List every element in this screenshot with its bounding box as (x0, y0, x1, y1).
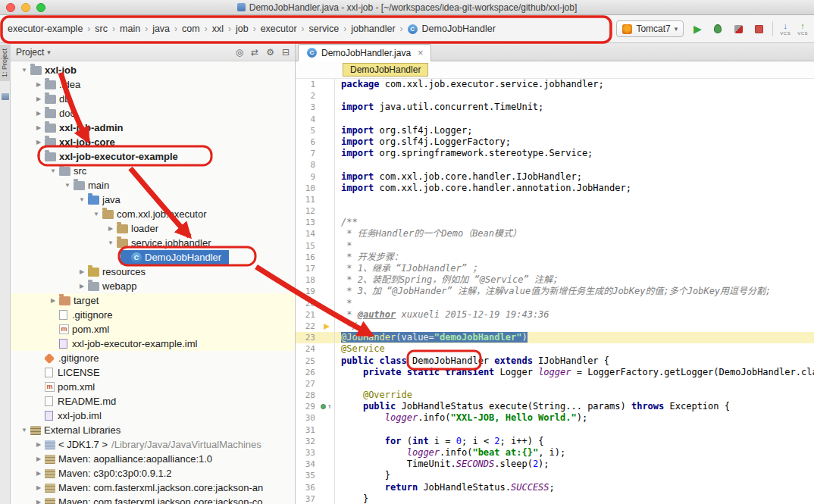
minimize-window-button[interactable] (21, 3, 30, 12)
tree-item[interactable]: ▼External Libraries (11, 423, 295, 437)
code-text (335, 424, 341, 436)
tree-item[interactable]: ▶Maven: com.fasterxml.jackson.core:jacks… (11, 481, 295, 495)
chevron-down-icon[interactable]: ▾ (47, 49, 51, 56)
run-button[interactable]: ▶ (690, 22, 704, 36)
project-tool-window-tab[interactable]: 1: Project (0, 45, 11, 81)
collapsed-arrow-icon[interactable]: ▶ (34, 441, 43, 448)
tree-item[interactable]: ▼xxl-job (11, 63, 295, 77)
breadcrumb-item[interactable]: jobhandler (349, 23, 396, 35)
expanded-arrow-icon[interactable]: ▼ (49, 167, 58, 174)
expanded-arrow-icon[interactable]: ▼ (20, 427, 29, 434)
collapsed-arrow-icon[interactable]: ▶ (34, 470, 43, 477)
close-window-button[interactable] (6, 3, 15, 12)
collapsed-arrow-icon[interactable]: ▶ (77, 283, 86, 290)
tree-item[interactable]: README.md (11, 394, 295, 409)
collapsed-arrow-icon[interactable]: ▶ (106, 225, 115, 232)
stop-button[interactable] (752, 22, 765, 36)
settings-icon[interactable]: ⚙ (266, 47, 274, 58)
tree-item[interactable]: LICENSE (11, 365, 295, 380)
debug-button[interactable] (711, 22, 725, 36)
expanded-arrow-icon[interactable]: ▼ (77, 196, 86, 203)
collapse-all-icon[interactable]: ⇄ (251, 47, 258, 58)
tree-item[interactable]: mpom.xml (11, 322, 295, 337)
collapsed-arrow-icon[interactable]: ▶ (34, 484, 43, 491)
expanded-arrow-icon[interactable]: ▼ (20, 67, 29, 74)
panel-title[interactable]: Project (16, 47, 44, 58)
breadcrumb-item[interactable]: executor-example (6, 23, 84, 35)
tree-item-label: xxl-job-executor-example (59, 151, 178, 162)
collapsed-arrow-icon[interactable]: ▶ (49, 297, 58, 304)
line-number: 25 (296, 355, 318, 367)
code-line: 34 TimeUnit.SECONDS.sleep(2); (296, 459, 814, 470)
code-text: } (335, 470, 390, 481)
editor-tab[interactable]: C DemoJobHandler.java × (298, 44, 431, 61)
expanded-arrow-icon[interactable]: ▼ (63, 182, 72, 189)
breadcrumb-item[interactable]: executor (259, 23, 299, 35)
vcs-update-button[interactable]: ↓ VCS (780, 22, 791, 36)
coverage-button[interactable] (731, 22, 745, 36)
collapsed-arrow-icon[interactable]: ▶ (77, 268, 86, 275)
collapsed-arrow-icon[interactable]: ▶ (34, 499, 43, 504)
collapsed-arrow-icon[interactable]: ▶ (34, 110, 43, 117)
code-text: import org.slf4j.Logger; (335, 125, 472, 136)
run-config-select[interactable]: Tomcat7 ▾ (616, 20, 684, 37)
breadcrumb-item[interactable]: com (180, 23, 202, 35)
editor-breadcrumb-chip[interactable]: DemoJobHandler (343, 63, 428, 77)
collapsed-arrow-icon[interactable]: ▶ (34, 81, 43, 88)
breadcrumb-item[interactable]: service (308, 23, 341, 35)
tree-item[interactable]: xxl-job-executor-example.iml (11, 337, 295, 351)
tree-item[interactable]: ▶doc (11, 106, 295, 121)
folder-icon (45, 109, 56, 118)
line-number: 33 (296, 447, 318, 459)
tree-item[interactable]: .gitignore (11, 308, 295, 322)
tree-item[interactable]: ▶loader (11, 221, 295, 236)
tree-item[interactable]: ▶target (11, 293, 295, 308)
tree-item[interactable]: xxl-job.iml (11, 409, 295, 423)
collapsed-arrow-icon[interactable]: ▶ (34, 139, 43, 146)
tree-item[interactable]: ▶Maven: c3p0:c3p0:0.9.1.2 (11, 466, 295, 481)
tree-item[interactable]: ▶xxl-job-core (11, 135, 295, 149)
tree-item[interactable]: ▶resources (11, 265, 295, 279)
breadcrumb-item[interactable]: main (118, 23, 142, 35)
tree-item-label: resources (102, 266, 146, 277)
tree-item[interactable]: ▶Maven: aopalliance:aopalliance:1.0 (11, 452, 295, 466)
tree-item[interactable]: CDemoJobHandler (11, 250, 295, 265)
tree-item[interactable]: ▶xxl-job-admin (11, 121, 295, 135)
tree-item[interactable]: ▼xxl-job-executor-example (11, 149, 295, 164)
tree-item[interactable]: ▼main (11, 178, 295, 193)
expanded-arrow-icon[interactable]: ▼ (106, 239, 115, 246)
vcs-commit-button[interactable]: ↑ VCS (797, 22, 808, 36)
breadcrumb-item[interactable]: src (93, 23, 109, 35)
breadcrumb-item[interactable]: DemoJobHandler (421, 23, 497, 35)
tree-item[interactable]: ▶.idea (11, 77, 295, 92)
collapsed-arrow-icon[interactable]: ▶ (34, 95, 43, 102)
close-icon[interactable]: × (418, 48, 424, 58)
expanded-arrow-icon[interactable]: ▼ (92, 211, 101, 218)
breadcrumb-item[interactable]: job (234, 23, 250, 35)
hide-panel-icon[interactable]: ⊟ (282, 47, 290, 58)
tree-item[interactable]: ▼com.xxl.job.executor (11, 207, 295, 221)
gutter (318, 343, 335, 355)
expanded-arrow-icon[interactable]: ▼ (34, 153, 43, 160)
run-marker-icon[interactable] (321, 404, 326, 409)
zoom-window-button[interactable] (36, 3, 45, 12)
override-icon[interactable]: ↑ (327, 401, 331, 412)
tree-item[interactable]: .gitignore (11, 351, 295, 365)
breadcrumb-item[interactable]: xxl (211, 23, 225, 35)
tree-item[interactable]: ▶< JDK1.7 >/Library/Java/JavaVirtualMach… (11, 437, 295, 452)
tree-item[interactable]: ▶db (11, 92, 295, 106)
collapsed-arrow-icon[interactable]: ▶ (34, 124, 43, 131)
tree-item[interactable]: ▶Maven: com.fasterxml.jackson.core:jacks… (11, 495, 295, 504)
pkg-icon (102, 210, 114, 219)
tree-item[interactable]: mpom.xml (11, 380, 295, 394)
breadcrumb-item[interactable]: java (151, 23, 171, 35)
locate-icon[interactable]: ◎ (236, 47, 243, 58)
code-area[interactable]: 1package com.xxl.job.executor.service.jo… (296, 79, 814, 504)
tree-item[interactable]: ▶webapp (11, 279, 295, 293)
collapsed-arrow-icon[interactable]: ▶ (34, 455, 43, 462)
tree-item[interactable]: ▼src (11, 164, 295, 178)
code-line: 31 (296, 424, 814, 436)
tree-item[interactable]: ▼service.jobhandler (11, 236, 295, 250)
tree-item-label: db (59, 93, 70, 105)
tree-item[interactable]: ▼java (11, 193, 295, 207)
